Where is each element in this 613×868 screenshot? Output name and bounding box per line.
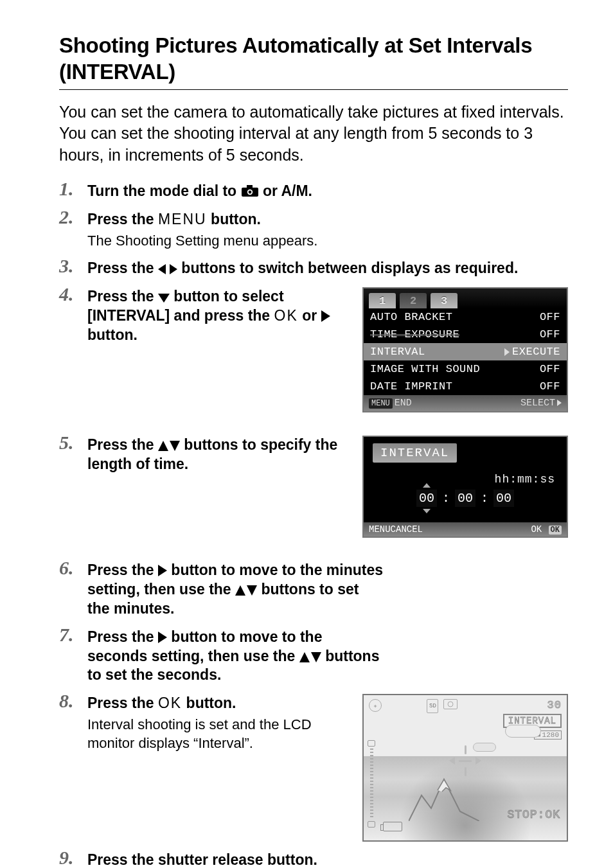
interval-footer-left: MENUCANCEL — [369, 524, 423, 535]
interval-footer: MENUCANCEL OK OK — [364, 522, 567, 536]
step-7-text-a: Press the — [87, 628, 158, 645]
menu-button-label: MENU — [158, 211, 207, 227]
menu-row-time-exposure[interactable]: TIME EXPOSURE OFF — [364, 326, 567, 343]
ok-button-label: OK — [158, 695, 182, 711]
zoom-track — [370, 748, 373, 819]
svg-marker-11 — [235, 585, 245, 596]
svg-marker-13 — [158, 632, 167, 643]
zoom-bar[interactable] — [368, 740, 375, 828]
menu-label: AUTO BRACKET — [370, 311, 452, 323]
menu-footer: MENUEND SELECT — [364, 395, 567, 411]
step-1-text-a: Turn the mode dial to — [87, 182, 241, 199]
step-2-body: The Shooting Setting menu appears. — [87, 232, 568, 251]
focus-bottom-icon — [465, 767, 466, 776]
battery-icon — [383, 822, 402, 831]
step-7-head: Press the button to move to the seconds … — [87, 628, 383, 686]
intro-paragraph: You can set the camera to automatically … — [59, 102, 568, 166]
right-triangle-icon — [557, 400, 562, 406]
menu-label: INTERVAL — [370, 346, 425, 358]
right-arrow-icon — [158, 565, 167, 576]
menu-footer-select: SELECT — [520, 398, 555, 409]
svg-marker-5 — [170, 264, 177, 274]
menu-footer-end: END — [395, 398, 412, 409]
steps-list: Turn the mode dial to or A/M. Press the … — [59, 182, 568, 868]
step-6-text-a: Press the — [87, 562, 158, 578]
menu-row-auto-bracket[interactable]: AUTO BRACKET OFF — [364, 308, 567, 326]
svg-marker-15 — [311, 652, 321, 662]
menu-label: IMAGE WITH SOUND — [370, 363, 480, 375]
menu-label: TIME EXPOSURE — [370, 328, 459, 341]
title-rule — [59, 89, 568, 90]
svg-marker-8 — [158, 441, 168, 451]
step-8: Press the OK button. Interval shooting i… — [59, 694, 568, 842]
step-6: Press the button to move to the minutes … — [59, 561, 568, 619]
colon-sep: : — [481, 491, 488, 506]
menu-row-interval[interactable]: INTERVAL EXECUTE — [364, 343, 567, 360]
step-5: Press the buttons to specify the length … — [59, 436, 568, 552]
tab-1[interactable]: 1 — [369, 293, 396, 308]
step-2-head: Press the MENU button. — [87, 210, 568, 229]
interval-body: hh:mm:ss 00 : 00 : 00 — [364, 463, 567, 522]
svg-marker-12 — [247, 585, 257, 596]
step-3-text-a: Press the — [87, 260, 158, 276]
right-arrow-icon — [158, 632, 167, 643]
zoom-wide-icon — [368, 821, 375, 828]
up-down-arrow-icon — [299, 652, 321, 662]
flash-icon: ✦ — [369, 699, 382, 712]
down-arrow-icon — [158, 294, 170, 303]
cloud-icon — [505, 725, 541, 738]
sd-card-icon: SD — [427, 699, 438, 713]
step-4-text-d: button. — [87, 326, 138, 343]
step-5-text-a: Press the — [87, 436, 158, 453]
tab-3[interactable]: 3 — [431, 293, 458, 308]
menu-row-image-sound[interactable]: IMAGE WITH SOUND OFF — [364, 360, 567, 378]
step-8-text-b: button. — [186, 695, 236, 711]
focus-bar-icon — [459, 760, 472, 762]
interval-format-label: hh:mm:ss — [375, 473, 555, 486]
step-8-body: Interval shooting is set and the LCD mon… — [87, 716, 353, 752]
right-triangle-icon — [504, 348, 510, 356]
svg-marker-10 — [158, 565, 167, 576]
hours-field[interactable]: 00 — [416, 490, 437, 507]
step-4: Press the button to select [INTERVAL] an… — [59, 287, 568, 427]
interval-screenshot: INTERVAL hh:mm:ss 00 : 00 : 00 — [362, 436, 568, 538]
interval-cancel: CANCEL — [391, 524, 423, 535]
step-4-text-c: or — [302, 307, 321, 324]
interval-title-bar: INTERVAL — [364, 437, 567, 463]
step-2: Press the MENU button. The Shooting Sett… — [59, 210, 568, 250]
tab-2[interactable]: 2 — [400, 293, 427, 308]
focus-top-icon — [465, 745, 466, 754]
interval-ok: OK — [531, 524, 542, 535]
left-right-arrow-icon — [158, 264, 177, 274]
ok-key-icon: OK — [549, 526, 562, 535]
menu-row-date-imprint[interactable]: DATE IMPRINT OFF — [364, 378, 567, 395]
up-down-arrow-icon — [158, 441, 180, 451]
menu-key-icon: MENU — [369, 524, 391, 535]
focus-left-icon — [449, 757, 455, 765]
svg-marker-9 — [170, 441, 180, 451]
svg-marker-6 — [158, 294, 170, 303]
stop-ok-label: STOP:OK — [507, 808, 560, 821]
step-8-head: Press the OK button. — [87, 694, 353, 713]
page-title: Shooting Pictures Automatically at Set I… — [59, 32, 568, 85]
step-5-head: Press the buttons to specify the length … — [87, 436, 353, 474]
image-size-value: 1280 — [542, 731, 559, 739]
step-8-text-a: Press the — [87, 695, 158, 711]
menu-value: EXECUTE — [504, 346, 560, 358]
step-1-head: Turn the mode dial to or A/M. — [87, 182, 568, 201]
menu-label: DATE IMPRINT — [370, 380, 452, 393]
seconds-field[interactable]: 00 — [493, 490, 514, 507]
step-1: Turn the mode dial to or A/M. — [59, 182, 568, 201]
lcd-screenshot: ✦ SD 30 INTERVAL ■ 1280 — [362, 694, 568, 842]
svg-marker-4 — [158, 264, 166, 274]
camera-mode-icon — [443, 699, 458, 709]
right-arrow-icon — [321, 310, 330, 322]
menu-value: OFF — [540, 311, 560, 323]
focus-marks — [449, 745, 481, 776]
interval-title: INTERVAL — [373, 443, 457, 463]
svg-marker-14 — [299, 652, 310, 662]
step-3: Press the buttons to switch between disp… — [59, 259, 568, 278]
camera-icon — [241, 184, 259, 197]
step-6-head: Press the button to move to the minutes … — [87, 561, 383, 619]
minutes-field[interactable]: 00 — [455, 490, 475, 507]
